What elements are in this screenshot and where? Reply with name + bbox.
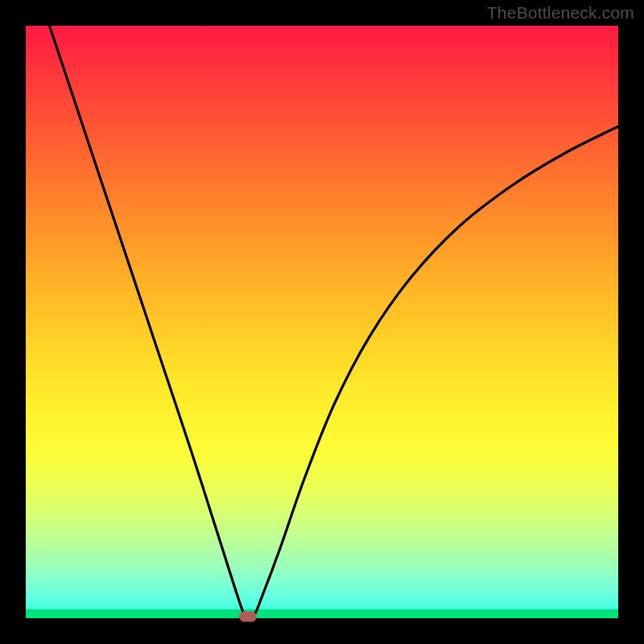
curve-svg: [26, 26, 618, 618]
optimal-point-marker: [239, 611, 257, 621]
bottleneck-curve: [49, 26, 618, 618]
watermark-label: TheBottleneck.com: [487, 3, 634, 23]
chart-container: TheBottleneck.com: [0, 0, 644, 644]
plot-area: [26, 26, 618, 618]
